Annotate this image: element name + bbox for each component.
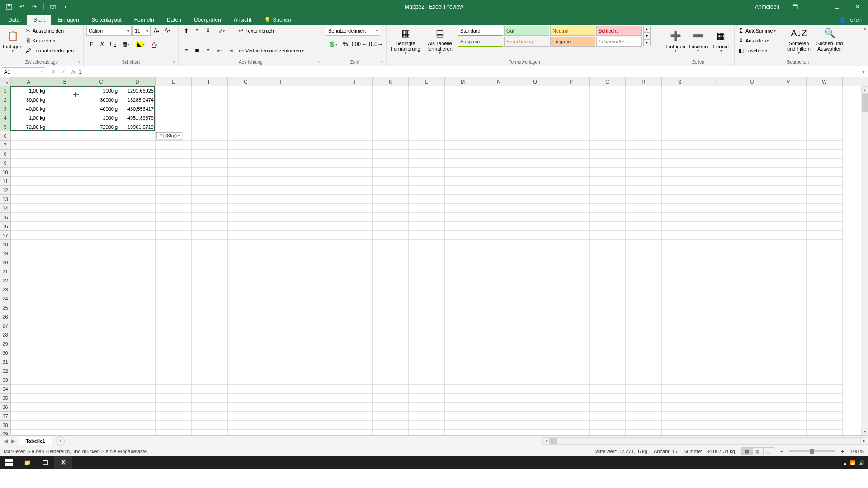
cell[interactable] bbox=[517, 412, 553, 421]
cell[interactable] bbox=[47, 86, 83, 95]
cell[interactable] bbox=[481, 177, 517, 186]
cell[interactable] bbox=[119, 240, 156, 249]
cell[interactable] bbox=[553, 122, 590, 131]
cell[interactable] bbox=[11, 357, 47, 366]
cell[interactable] bbox=[119, 141, 156, 150]
cell[interactable] bbox=[662, 276, 698, 285]
cell[interactable] bbox=[156, 195, 192, 204]
cell[interactable] bbox=[734, 195, 770, 204]
cell[interactable] bbox=[553, 348, 590, 357]
cell[interactable] bbox=[300, 303, 336, 312]
cell[interactable] bbox=[11, 421, 47, 430]
share-button[interactable]: 👤Teilen bbox=[833, 15, 868, 25]
cell[interactable] bbox=[192, 177, 228, 186]
cell[interactable] bbox=[409, 150, 445, 159]
cell[interactable] bbox=[698, 195, 734, 204]
cell[interactable] bbox=[626, 213, 662, 222]
cell[interactable] bbox=[734, 131, 770, 141]
cell[interactable] bbox=[156, 222, 192, 231]
search-box[interactable]: 💡Suchen bbox=[258, 15, 297, 25]
cell[interactable] bbox=[409, 430, 445, 435]
cell[interactable] bbox=[770, 186, 807, 195]
cell[interactable] bbox=[662, 222, 698, 231]
cell[interactable] bbox=[553, 113, 590, 122]
align-top-button[interactable]: ⬆ bbox=[181, 26, 191, 36]
cell[interactable] bbox=[445, 213, 481, 222]
cell[interactable] bbox=[662, 231, 698, 240]
cell[interactable] bbox=[807, 294, 843, 303]
cell[interactable] bbox=[626, 122, 662, 131]
cell[interactable] bbox=[517, 231, 553, 240]
row-header[interactable]: 37 bbox=[0, 412, 10, 421]
cell[interactable] bbox=[192, 95, 228, 104]
cell[interactable] bbox=[481, 86, 517, 95]
tray-chevron-icon[interactable]: ▴ bbox=[844, 460, 846, 465]
cell[interactable] bbox=[228, 375, 264, 385]
cell[interactable] bbox=[553, 186, 590, 195]
cell[interactable] bbox=[734, 222, 770, 231]
cell[interactable] bbox=[481, 231, 517, 240]
cell[interactable] bbox=[481, 195, 517, 204]
col-header[interactable]: N bbox=[481, 77, 517, 86]
cell[interactable] bbox=[156, 330, 192, 339]
cell[interactable]: 1,00 kg bbox=[11, 113, 47, 122]
vscroll-thumb[interactable] bbox=[862, 94, 868, 112]
row-header[interactable]: 23 bbox=[0, 285, 10, 294]
cell[interactable] bbox=[336, 204, 373, 213]
cell[interactable] bbox=[807, 375, 843, 385]
cell[interactable] bbox=[590, 150, 626, 159]
cell[interactable] bbox=[83, 213, 119, 222]
styles-up[interactable]: ▴ bbox=[643, 26, 651, 33]
cell[interactable] bbox=[119, 375, 156, 385]
paste-button[interactable]: 📋 Einfügen ▾ bbox=[3, 26, 23, 56]
cell[interactable] bbox=[300, 213, 336, 222]
cell[interactable] bbox=[445, 186, 481, 195]
cell[interactable] bbox=[445, 258, 481, 267]
cell[interactable] bbox=[698, 375, 734, 385]
cell[interactable] bbox=[373, 141, 409, 150]
cell[interactable] bbox=[11, 231, 47, 240]
cell[interactable] bbox=[264, 95, 300, 104]
cell[interactable] bbox=[11, 249, 47, 258]
cell[interactable] bbox=[662, 312, 698, 321]
cell[interactable] bbox=[11, 285, 47, 294]
cell[interactable] bbox=[517, 330, 553, 339]
cell[interactable] bbox=[481, 104, 517, 113]
cell[interactable] bbox=[626, 131, 662, 141]
cell[interactable] bbox=[228, 366, 264, 375]
row-header[interactable]: 34 bbox=[0, 385, 10, 394]
merge-button[interactable]: ▭Verbinden und zentrieren▾ bbox=[237, 46, 314, 56]
cell[interactable] bbox=[11, 366, 47, 375]
cell[interactable] bbox=[481, 249, 517, 258]
col-header[interactable]: V bbox=[770, 77, 807, 86]
cell[interactable] bbox=[481, 312, 517, 321]
cell[interactable]: 1,00 kg bbox=[11, 86, 47, 95]
cell-style-option[interactable]: Berechnung bbox=[504, 37, 549, 47]
cell[interactable] bbox=[481, 222, 517, 231]
cell[interactable] bbox=[445, 303, 481, 312]
cell[interactable] bbox=[553, 330, 590, 339]
cell[interactable] bbox=[336, 104, 373, 113]
cell[interactable] bbox=[336, 403, 373, 412]
sheet-tab[interactable]: Tabelle1 bbox=[19, 437, 52, 445]
row-header[interactable]: 2 bbox=[0, 95, 10, 104]
cell[interactable] bbox=[300, 375, 336, 385]
cell[interactable] bbox=[228, 285, 264, 294]
cell[interactable] bbox=[807, 339, 843, 348]
cell[interactable] bbox=[264, 240, 300, 249]
cell[interactable] bbox=[626, 321, 662, 330]
cell[interactable] bbox=[264, 312, 300, 321]
cell[interactable] bbox=[481, 321, 517, 330]
cell[interactable] bbox=[770, 294, 807, 303]
cell[interactable] bbox=[517, 285, 553, 294]
cell[interactable] bbox=[373, 303, 409, 312]
cell[interactable] bbox=[590, 267, 626, 276]
view-page-break-button[interactable]: ▢ bbox=[763, 447, 774, 455]
vertical-scrollbar[interactable]: ▴ ▾ bbox=[861, 86, 868, 435]
cell[interactable] bbox=[47, 394, 83, 403]
cell[interactable] bbox=[734, 312, 770, 321]
cell[interactable] bbox=[770, 204, 807, 213]
cell[interactable] bbox=[228, 95, 264, 104]
cell[interactable] bbox=[409, 421, 445, 430]
cell[interactable] bbox=[662, 385, 698, 394]
